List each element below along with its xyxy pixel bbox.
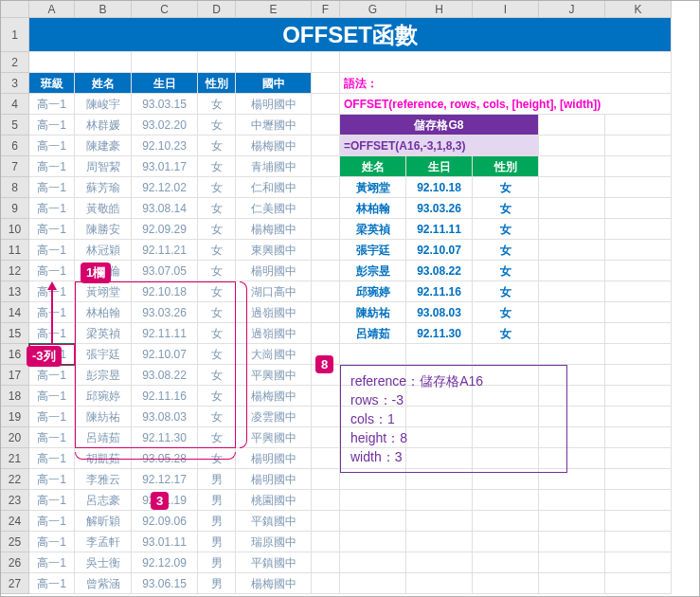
cell[interactable] bbox=[406, 552, 473, 573]
cell[interactable]: 楊明國中 bbox=[236, 94, 312, 115]
cell[interactable]: 男 bbox=[198, 511, 236, 532]
cell[interactable] bbox=[605, 365, 672, 386]
cell[interactable]: 彭宗昱 bbox=[340, 261, 406, 281]
cell[interactable] bbox=[605, 469, 672, 490]
cell[interactable]: 性別 bbox=[473, 156, 539, 177]
cell[interactable]: 男 bbox=[198, 469, 236, 490]
cell[interactable] bbox=[340, 344, 406, 365]
cell[interactable]: 女 bbox=[198, 365, 236, 386]
cell[interactable]: 過嶺國中 bbox=[236, 302, 312, 323]
cell[interactable] bbox=[539, 302, 605, 323]
row-header-20[interactable]: 20 bbox=[1, 427, 29, 448]
cell[interactable]: 93.07.05 bbox=[132, 261, 198, 281]
cell[interactable]: 黃翊堂 bbox=[340, 177, 406, 198]
cell[interactable]: 男 bbox=[198, 573, 236, 594]
cell[interactable]: 梁英禎 bbox=[75, 323, 132, 344]
cell[interactable]: 女 bbox=[198, 240, 236, 261]
cell[interactable]: 黃翊堂 bbox=[75, 281, 132, 302]
cell[interactable] bbox=[312, 156, 340, 177]
cell[interactable] bbox=[29, 52, 75, 73]
cell[interactable] bbox=[605, 344, 672, 365]
cell[interactable] bbox=[312, 490, 340, 511]
cell[interactable]: 高一1 bbox=[29, 407, 75, 427]
cell[interactable] bbox=[605, 573, 672, 594]
cell[interactable]: 吳士衡 bbox=[75, 552, 132, 573]
cell[interactable] bbox=[75, 52, 132, 73]
cell[interactable] bbox=[605, 219, 672, 240]
cell[interactable]: 92.11.30 bbox=[132, 427, 198, 448]
cell[interactable]: 高一1 bbox=[29, 448, 75, 469]
cell[interactable] bbox=[539, 136, 605, 156]
cell[interactable]: 93.03.26 bbox=[132, 302, 198, 323]
row-header-13[interactable]: 13 bbox=[1, 281, 29, 302]
cell[interactable]: 凌雲國中 bbox=[236, 407, 312, 427]
cell[interactable]: 曾紫涵 bbox=[75, 573, 132, 594]
cell[interactable]: 女 bbox=[198, 156, 236, 177]
cell[interactable] bbox=[312, 136, 340, 156]
cell[interactable]: 姓名 bbox=[340, 156, 406, 177]
cell[interactable]: 92.11.11 bbox=[406, 219, 473, 240]
cell[interactable]: 高一1 bbox=[29, 261, 75, 281]
cell[interactable]: 蘇芳瑜 bbox=[75, 177, 132, 198]
cell[interactable] bbox=[312, 302, 340, 323]
cell[interactable] bbox=[312, 532, 340, 552]
cell[interactable]: 平鎮國中 bbox=[236, 552, 312, 573]
cell[interactable]: 李雅云 bbox=[75, 469, 132, 490]
cell[interactable] bbox=[473, 532, 539, 552]
cell[interactable]: 93.02.20 bbox=[132, 115, 198, 136]
cell[interactable]: 班級 bbox=[29, 73, 75, 94]
cell[interactable]: 高一1 bbox=[29, 532, 75, 552]
cell[interactable] bbox=[312, 511, 340, 532]
cell[interactable]: 生日 bbox=[132, 73, 198, 94]
cell[interactable]: 邱琬婷 bbox=[340, 281, 406, 302]
cell[interactable] bbox=[340, 552, 406, 573]
cell[interactable]: 桃園國中 bbox=[236, 490, 312, 511]
cell[interactable]: 楊梅國中 bbox=[236, 136, 312, 156]
cell[interactable]: 邱琬婷 bbox=[75, 386, 132, 407]
cell[interactable] bbox=[198, 52, 236, 73]
row-header-10[interactable]: 10 bbox=[1, 219, 29, 240]
cell[interactable]: 93.01.11 bbox=[132, 532, 198, 552]
cell[interactable]: 周智絜 bbox=[75, 156, 132, 177]
cell[interactable]: 92.10.07 bbox=[406, 240, 473, 261]
cell[interactable]: 女 bbox=[198, 198, 236, 219]
row-header-5[interactable]: 5 bbox=[1, 115, 29, 136]
cell[interactable] bbox=[539, 552, 605, 573]
cell[interactable]: 女 bbox=[473, 323, 539, 344]
cell[interactable]: 中壢國中 bbox=[236, 115, 312, 136]
row-header-1[interactable]: 1 bbox=[1, 18, 29, 52]
cell[interactable] bbox=[605, 323, 672, 344]
row-header-27[interactable]: 27 bbox=[1, 573, 29, 594]
cell[interactable] bbox=[605, 136, 672, 156]
cell[interactable] bbox=[312, 219, 340, 240]
cell[interactable] bbox=[605, 302, 672, 323]
cell[interactable]: 92.09.06 bbox=[132, 511, 198, 532]
cell[interactable]: 女 bbox=[198, 323, 236, 344]
cell[interactable]: 93.03.15 bbox=[132, 94, 198, 115]
cell[interactable]: 92.10.18 bbox=[406, 177, 473, 198]
cell[interactable] bbox=[539, 156, 605, 177]
col-header-H[interactable]: H bbox=[406, 1, 473, 18]
cell[interactable]: 女 bbox=[198, 281, 236, 302]
cell[interactable] bbox=[473, 573, 539, 594]
cell[interactable]: 高一1 bbox=[29, 490, 75, 511]
cell[interactable]: 女 bbox=[473, 281, 539, 302]
cell[interactable]: 女 bbox=[473, 177, 539, 198]
cell[interactable] bbox=[312, 469, 340, 490]
cell[interactable]: 92.10.07 bbox=[132, 344, 198, 365]
cell[interactable]: 性別 bbox=[198, 73, 236, 94]
cell[interactable]: 高一1 bbox=[29, 365, 75, 386]
cell[interactable] bbox=[312, 573, 340, 594]
cell[interactable]: 女 bbox=[198, 219, 236, 240]
cell[interactable]: 92.11.16 bbox=[406, 281, 473, 302]
cell[interactable] bbox=[539, 281, 605, 302]
cell[interactable]: =OFFSET(A16,-3,1,8,3) bbox=[340, 136, 539, 156]
cell[interactable]: 湖口高中 bbox=[236, 281, 312, 302]
cell[interactable] bbox=[312, 448, 340, 469]
col-header-A[interactable]: A bbox=[29, 1, 75, 18]
row-header-17[interactable]: 17 bbox=[1, 365, 29, 386]
cell[interactable]: 仁美國中 bbox=[236, 198, 312, 219]
cell[interactable]: 女 bbox=[198, 407, 236, 427]
cell[interactable]: 93.08.14 bbox=[132, 198, 198, 219]
cell[interactable]: OFFSET函數 bbox=[29, 18, 672, 52]
